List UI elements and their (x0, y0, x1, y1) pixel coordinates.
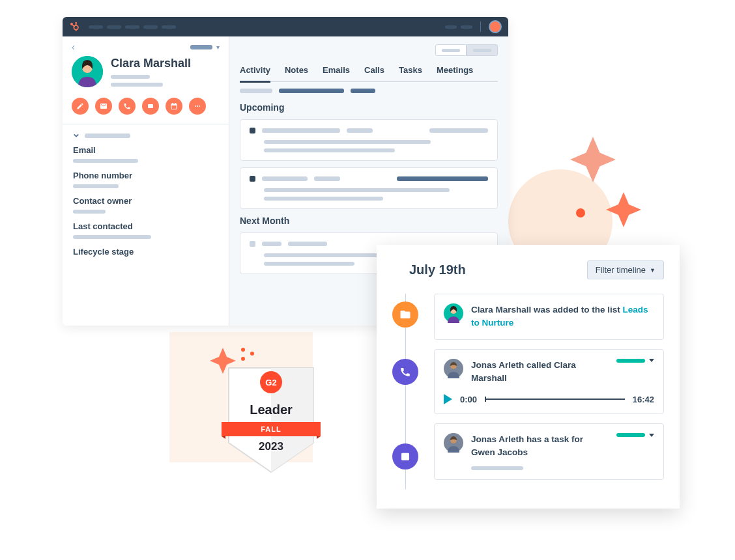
decorative-dot (250, 352, 254, 356)
calendar-icon (392, 443, 418, 469)
field-lifecycle: Lifecycle stage (73, 247, 218, 257)
audio-progress[interactable] (485, 399, 625, 400)
badge-title: Leader (225, 402, 317, 417)
audio-start: 0:00 (460, 395, 477, 404)
tab-emails[interactable]: Emails (323, 61, 350, 81)
play-button[interactable] (444, 394, 452, 404)
avatar (444, 303, 463, 323)
timeline-card[interactable]: Clara Marshall was added to the list Lea… (434, 294, 664, 340)
svg-point-4 (75, 22, 77, 24)
activity-card[interactable] (240, 119, 498, 161)
titlebar (63, 17, 508, 36)
edit-button[interactable] (72, 98, 89, 115)
field-owner: Contact owner (73, 196, 218, 214)
contact-sidebar: ‹ ▾ Clara Marshall (63, 36, 229, 326)
sidebar-menu[interactable]: ▾ (190, 44, 220, 51)
tab-activity[interactable]: Activity (240, 61, 270, 83)
timeline-date: July 19th (392, 262, 466, 277)
field-phone: Phone number (73, 171, 218, 188)
user-avatar[interactable] (489, 20, 502, 33)
folder-icon (392, 301, 418, 328)
svg-rect-8 (148, 104, 153, 108)
timeline-card[interactable]: Jonas Arleth has a task for Gwen Jacobs (434, 423, 664, 480)
more-button[interactable] (189, 98, 206, 115)
filter-timeline-button[interactable]: Filter timeline ▼ (587, 260, 664, 279)
svg-point-11 (199, 105, 200, 107)
tab-meetings[interactable]: Meetings (437, 61, 473, 81)
schedule-button[interactable] (166, 98, 182, 115)
back-button[interactable]: ‹ (72, 42, 75, 52)
section-toggle[interactable] (73, 132, 218, 139)
g2-badge: G2 Leader FALL 2023 (225, 365, 317, 475)
call-button[interactable] (119, 98, 136, 115)
badge-year: 2023 (225, 440, 317, 453)
timeline-panel: July 19th Filter timeline ▼ Clara Marsha… (377, 245, 680, 509)
email-button[interactable] (95, 98, 112, 115)
timeline-text: Clara Marshall was added to the list Lea… (471, 303, 654, 330)
timeline-text: Jonas Arleth has a task for Gwen Jacobs (471, 433, 595, 460)
avatar (444, 359, 463, 378)
timeline-text: Jonas Arleth called Clara Marshall (471, 359, 582, 385)
tab-notes[interactable]: Notes (285, 61, 308, 81)
avatar (444, 433, 463, 453)
section-nextmonth-title: Next Month (240, 216, 498, 226)
view-toggle-b[interactable] (467, 44, 498, 56)
timeline-card[interactable]: Jonas Arleth called Clara Marshall 0:00 … (434, 349, 664, 415)
decorative-dot (576, 208, 585, 217)
sparkle-icon (570, 137, 616, 182)
tab-tasks[interactable]: Tasks (399, 61, 422, 81)
badge-ribbon: FALL (222, 422, 321, 436)
log-button[interactable] (142, 98, 159, 115)
hubspot-logo-icon (69, 21, 79, 32)
contact-name: Clara Marshall (111, 57, 220, 70)
activity-card[interactable] (240, 167, 498, 209)
tab-calls[interactable]: Calls (364, 61, 384, 81)
sparkle-icon (606, 192, 641, 227)
audio-end: 16:42 (633, 395, 654, 404)
status-dropdown[interactable] (616, 433, 654, 437)
tabs: Activity Notes Emails Calls Tasks Meetin… (240, 61, 498, 82)
svg-point-9 (195, 105, 196, 107)
decorative-dot (241, 357, 245, 361)
svg-point-10 (197, 105, 198, 107)
decorative-dot (241, 348, 245, 352)
field-last-contacted: Last contacted (73, 221, 218, 239)
svg-line-2 (72, 25, 74, 27)
field-email: Email (73, 145, 218, 163)
status-dropdown[interactable] (616, 359, 654, 363)
g2-logo-icon: G2 (260, 371, 282, 393)
view-toggle-a[interactable] (435, 44, 467, 56)
contact-avatar[interactable] (72, 56, 103, 87)
section-upcoming-title: Upcoming (240, 102, 498, 113)
svg-rect-13 (401, 453, 409, 455)
phone-icon (392, 359, 418, 385)
